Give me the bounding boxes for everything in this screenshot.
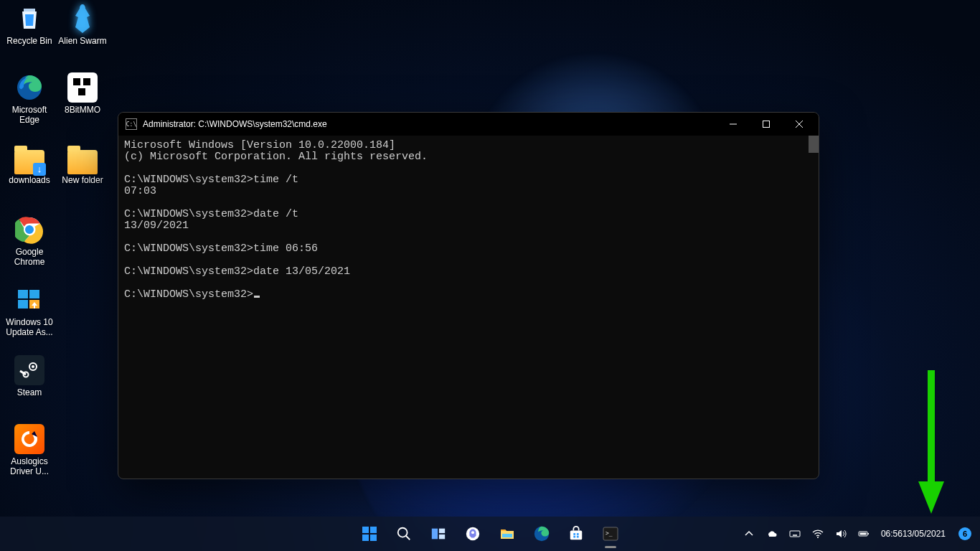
taskbar-clock[interactable]: 06:56 13/05/2021 xyxy=(877,519,950,548)
svg-rect-6 xyxy=(29,290,39,298)
store-button[interactable] xyxy=(560,518,592,550)
desktop-icon-label: New folder xyxy=(56,175,109,185)
svg-text:>_: >_ xyxy=(606,530,613,537)
desktop-icon-auslogics[interactable]: Auslogics Driver U... xyxy=(3,423,56,476)
desktop-icon-steam[interactable]: Steam xyxy=(3,354,56,397)
desktop-icon-label: downloads xyxy=(3,175,56,185)
desktop-icon-chrome[interactable]: Google Chrome xyxy=(3,214,56,267)
svg-rect-19 xyxy=(362,527,369,533)
task-view-button[interactable] xyxy=(423,518,454,550)
edge-icon xyxy=(14,72,45,103)
folder-download-icon xyxy=(14,150,44,174)
minimize-button[interactable] xyxy=(717,113,750,136)
svg-rect-21 xyxy=(362,534,369,541)
desktop-icon-label: Google Chrome xyxy=(3,247,56,267)
desktop-icon-alien-swarm[interactable]: Alien Swarm xyxy=(56,3,109,46)
cmd-body[interactable]: Microsoft Windows [Version 10.0.22000.18… xyxy=(118,136,819,479)
svg-point-9 xyxy=(19,360,39,380)
terminal-icon: >_ xyxy=(602,525,619,542)
cmd-titlebar[interactable]: C:\ Administrator: C:\WINDOWS\system32\c… xyxy=(118,113,819,136)
speaker-icon xyxy=(835,528,847,540)
desktop-icon-recycle-bin[interactable]: Recycle Bin xyxy=(3,3,56,46)
clock-time: 06:56 xyxy=(881,529,903,539)
svg-point-23 xyxy=(398,528,407,537)
desktop-icon-label: Recycle Bin xyxy=(3,36,56,46)
desktop-icon-label: Auslogics Driver U... xyxy=(3,456,56,476)
file-explorer-icon xyxy=(499,525,516,542)
svg-rect-25 xyxy=(432,529,438,540)
tray-overflow-button[interactable] xyxy=(739,519,759,548)
recycle-bin-icon xyxy=(14,3,45,34)
chat-button[interactable] xyxy=(457,518,489,550)
edge-icon xyxy=(533,525,550,542)
auslogics-icon xyxy=(14,424,44,454)
svg-rect-39 xyxy=(790,531,800,537)
desktop-icon-edge[interactable]: Microsoft Edge xyxy=(3,72,56,125)
svg-rect-7 xyxy=(18,300,28,309)
svg-rect-36 xyxy=(577,536,579,538)
svg-rect-33 xyxy=(573,533,575,535)
windows-update-icon xyxy=(14,284,45,316)
cmd-taskbar-button[interactable]: >_ xyxy=(595,518,626,550)
tray-onedrive[interactable] xyxy=(762,519,782,548)
desktop-icon-label: Windows 10 Update As... xyxy=(3,317,56,337)
svg-rect-47 xyxy=(859,533,866,535)
desktop-icon-new-folder[interactable]: New folder xyxy=(56,142,109,185)
svg-rect-20 xyxy=(370,527,377,533)
cmd-window[interactable]: C:\ Administrator: C:\WINDOWS\system32\c… xyxy=(118,112,819,479)
svg-rect-27 xyxy=(439,534,445,539)
cmd-output: Microsoft Windows [Version 10.0.22000.18… xyxy=(124,139,428,301)
svg-rect-32 xyxy=(570,530,583,540)
taskbar-center: >_ xyxy=(354,518,626,550)
chrome-icon xyxy=(14,214,45,245)
notification-count: 6 xyxy=(958,527,971,540)
desktop-icon-label: Steam xyxy=(3,387,56,397)
edge-taskbar-button[interactable] xyxy=(526,518,557,550)
clock-date: 13/05/2021 xyxy=(903,529,946,539)
svg-rect-0 xyxy=(24,9,35,11)
tray-wifi[interactable] xyxy=(808,519,828,548)
wifi-icon xyxy=(812,528,824,540)
alien-swarm-icon xyxy=(67,3,98,34)
svg-line-24 xyxy=(406,536,410,540)
cmd-title: Administrator: C:\WINDOWS\system32\cmd.e… xyxy=(143,119,327,129)
desktop-icon-label: Alien Swarm xyxy=(56,36,109,46)
system-tray: 06:56 13/05/2021 6 xyxy=(739,517,976,551)
desktop-icon-win10-update[interactable]: Windows 10 Update As... xyxy=(3,284,56,337)
svg-rect-30 xyxy=(502,534,512,537)
8bitmmo-icon xyxy=(67,72,98,103)
cloud-icon xyxy=(766,528,778,540)
search-icon xyxy=(396,526,412,542)
start-button[interactable] xyxy=(354,518,385,550)
svg-rect-5 xyxy=(18,290,28,298)
close-button[interactable] xyxy=(783,113,816,136)
tray-battery[interactable] xyxy=(854,519,874,548)
desktop-icon-8bitmmo[interactable]: 8BitMMO xyxy=(56,72,109,115)
folder-icon xyxy=(67,150,98,174)
file-explorer-button[interactable] xyxy=(491,518,523,550)
search-button[interactable] xyxy=(388,518,420,550)
notifications-button[interactable]: 6 xyxy=(953,519,976,548)
svg-point-11 xyxy=(32,365,34,368)
cmd-icon: C:\ xyxy=(126,118,137,130)
battery-icon xyxy=(858,528,870,540)
task-view-icon xyxy=(430,526,446,542)
tray-keyboard[interactable] xyxy=(785,519,805,548)
maximize-button[interactable] xyxy=(750,113,783,136)
svg-rect-35 xyxy=(573,536,575,538)
desktop-icon-downloads[interactable]: downloads xyxy=(3,142,56,185)
chevron-up-icon xyxy=(743,528,755,540)
desktop-icon-label: Microsoft Edge xyxy=(3,105,56,125)
desktop-icon-label: 8BitMMO xyxy=(56,105,109,115)
chat-icon xyxy=(465,526,481,542)
store-icon xyxy=(568,526,584,542)
svg-point-44 xyxy=(817,537,819,538)
svg-rect-34 xyxy=(577,533,579,535)
svg-point-29 xyxy=(471,531,474,534)
cmd-scrollbar[interactable] xyxy=(809,136,819,153)
tray-volume[interactable] xyxy=(831,519,851,548)
windows-logo-icon xyxy=(361,525,378,542)
cmd-cursor xyxy=(254,296,260,298)
taskbar: >_ 06:56 13/05/2021 6 xyxy=(0,517,980,551)
keyboard-icon xyxy=(789,528,801,540)
